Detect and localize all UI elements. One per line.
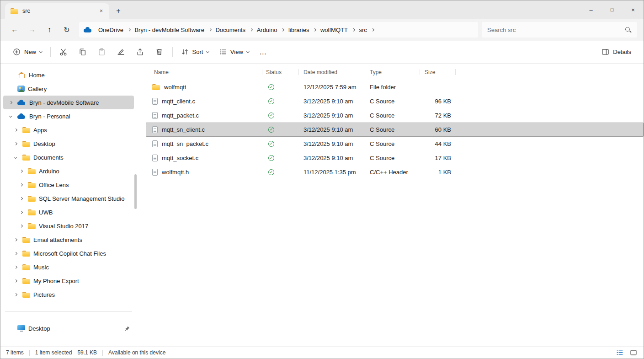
paste-button[interactable] — [92, 44, 112, 60]
breadcrumb-label[interactable]: wolfMQTT — [317, 25, 351, 35]
chevron-right-icon[interactable] — [314, 28, 316, 31]
chevron-right-icon[interactable] — [282, 28, 284, 31]
sidebar-item[interactable]: Desktop — [3, 137, 134, 150]
file-row[interactable]: mqtt_packet.c 3/12/2025 9:10 am C Source… — [146, 108, 644, 123]
sidebar-item[interactable]: UWB — [3, 205, 134, 219]
explorer-tab[interactable]: src × — [5, 3, 109, 19]
expand-chevron-icon[interactable] — [12, 266, 19, 268]
sidebar-item[interactable]: Arduino — [3, 164, 134, 178]
up-button[interactable]: ↑ — [41, 22, 58, 38]
tab-title: src — [22, 8, 93, 14]
sidebar-item[interactable]: Email attachments — [3, 233, 134, 246]
sidebar-item[interactable]: Visual Studio 2017 — [3, 219, 134, 233]
close-button[interactable]: × — [623, 0, 644, 19]
sidebar-item[interactable]: SQL Server Management Studio — [3, 192, 134, 205]
breadcrumb-label[interactable]: Arduino — [254, 25, 281, 35]
sidebar-item[interactable]: Home — [3, 68, 134, 82]
sidebar-item[interactable]: My Phone Export — [3, 274, 134, 288]
maximize-button[interactable]: □ — [601, 0, 623, 19]
tab-close-icon[interactable]: × — [97, 7, 106, 16]
breadcrumb-item[interactable]: src — [356, 25, 375, 35]
sidebar-item[interactable]: Pictures — [3, 288, 134, 301]
file-type: C Source — [365, 126, 420, 133]
breadcrumb-label[interactable]: Documents — [212, 25, 249, 35]
column-header-date-modified[interactable]: Date modified — [299, 66, 365, 78]
sidebar-item[interactable]: Desktop — [3, 321, 134, 335]
sidebar-scrollbar[interactable] — [134, 174, 137, 209]
breadcrumb-item[interactable]: wolfMQTT — [317, 25, 356, 35]
expand-chevron-icon[interactable] — [17, 184, 25, 186]
back-button[interactable]: ← — [6, 22, 23, 38]
minimize-button[interactable]: – — [580, 0, 601, 19]
sidebar-item[interactable]: Documents — [3, 150, 134, 164]
breadcrumb-item[interactable]: Bryn - devMobile Software — [131, 25, 212, 35]
details-button[interactable]: Details — [596, 44, 636, 60]
expand-chevron-icon[interactable] — [17, 198, 25, 200]
expand-chevron-icon[interactable] — [7, 74, 14, 76]
new-button[interactable]: New — [8, 44, 47, 60]
sidebar-item[interactable]: Music — [3, 260, 134, 274]
expand-chevron-icon[interactable] — [12, 129, 19, 131]
chevron-right-icon[interactable] — [371, 28, 374, 31]
sidebar-item[interactable]: Microsoft Copilot Chat Files — [3, 246, 134, 260]
expand-chevron-icon[interactable] — [12, 239, 19, 241]
breadcrumb-item[interactable]: OneDrive — [95, 25, 131, 35]
expand-chevron-icon[interactable] — [12, 157, 19, 158]
column-header-name[interactable]: Name — [146, 66, 262, 78]
view-button[interactable]: View — [214, 44, 254, 60]
chevron-right-icon[interactable] — [250, 28, 252, 31]
rename-button[interactable] — [112, 44, 131, 60]
expand-chevron-icon[interactable] — [17, 170, 25, 172]
sort-button[interactable]: Sort — [176, 44, 214, 60]
breadcrumb-label[interactable]: src — [356, 25, 370, 35]
search-input[interactable] — [482, 22, 637, 38]
expand-chevron-icon[interactable] — [12, 143, 19, 145]
breadcrumb-label[interactable]: libraries — [285, 25, 313, 35]
file-row[interactable]: wolfmqtt 12/12/2025 7:59 am File folder — [146, 80, 644, 94]
sidebar-item[interactable]: Bryn - Personal — [3, 109, 134, 123]
breadcrumb-label[interactable]: Bryn - devMobile Software — [131, 25, 207, 35]
copy-button[interactable] — [73, 44, 92, 60]
column-header-type[interactable]: Type — [365, 66, 420, 78]
expand-chevron-icon[interactable] — [12, 294, 19, 296]
sync-ok-icon — [268, 98, 274, 104]
sidebar-item[interactable]: Office Lens — [3, 178, 134, 192]
breadcrumb-item[interactable]: Documents — [212, 25, 253, 35]
sidebar-item[interactable]: Bryn - devMobile Software — [3, 96, 134, 109]
expand-chevron-icon[interactable] — [17, 225, 25, 227]
address-bar[interactable]: OneDrive Bryn - devMobile Software Docum… — [79, 22, 478, 38]
breadcrumb-item[interactable]: libraries — [285, 25, 317, 35]
details-view-toggle[interactable] — [614, 348, 625, 358]
chevron-right-icon[interactable] — [352, 28, 355, 31]
expand-chevron-icon[interactable] — [7, 102, 14, 104]
file-type: File folder — [365, 84, 420, 91]
refresh-button[interactable]: ↻ — [58, 22, 75, 38]
new-tab-button[interactable]: + — [112, 5, 124, 17]
breadcrumb-item[interactable]: Arduino — [254, 25, 285, 35]
share-button[interactable] — [131, 44, 150, 60]
delete-button[interactable] — [150, 44, 169, 60]
file-row[interactable]: wolfmqtt.h 11/12/2025 1:35 pm C/C++ Head… — [146, 165, 644, 179]
cut-button[interactable] — [54, 44, 73, 60]
breadcrumb-label[interactable]: OneDrive — [95, 25, 127, 35]
chevron-right-icon[interactable] — [208, 28, 211, 31]
file-row[interactable]: mqtt_sn_client.c 3/12/2025 9:10 am C Sou… — [146, 123, 644, 137]
thumbnail-view-toggle[interactable] — [628, 348, 639, 358]
expand-chevron-icon[interactable] — [7, 88, 14, 90]
sidebar-item[interactable]: Apps — [3, 123, 134, 137]
chevron-right-icon[interactable] — [128, 28, 130, 31]
expand-chevron-icon[interactable] — [7, 116, 14, 117]
expand-chevron-icon[interactable] — [7, 327, 14, 330]
expand-chevron-icon[interactable] — [17, 211, 25, 214]
column-header-size[interactable]: Size — [420, 66, 456, 78]
file-row[interactable]: mqtt_client.c 3/12/2025 9:10 am C Source… — [146, 94, 644, 108]
expand-chevron-icon[interactable] — [12, 280, 19, 282]
file-row[interactable]: mqtt_socket.c 3/12/2025 9:10 am C Source… — [146, 151, 644, 165]
file-row[interactable]: mqtt_sn_packet.c 3/12/2025 9:10 am C Sou… — [146, 137, 644, 151]
search-icon[interactable] — [625, 27, 631, 33]
column-header-status[interactable]: Status — [262, 66, 299, 78]
sidebar-item[interactable]: Gallery — [3, 82, 134, 96]
expand-chevron-icon[interactable] — [12, 252, 19, 255]
forward-button[interactable]: → — [23, 22, 41, 38]
more-options-button[interactable]: … — [254, 44, 272, 60]
